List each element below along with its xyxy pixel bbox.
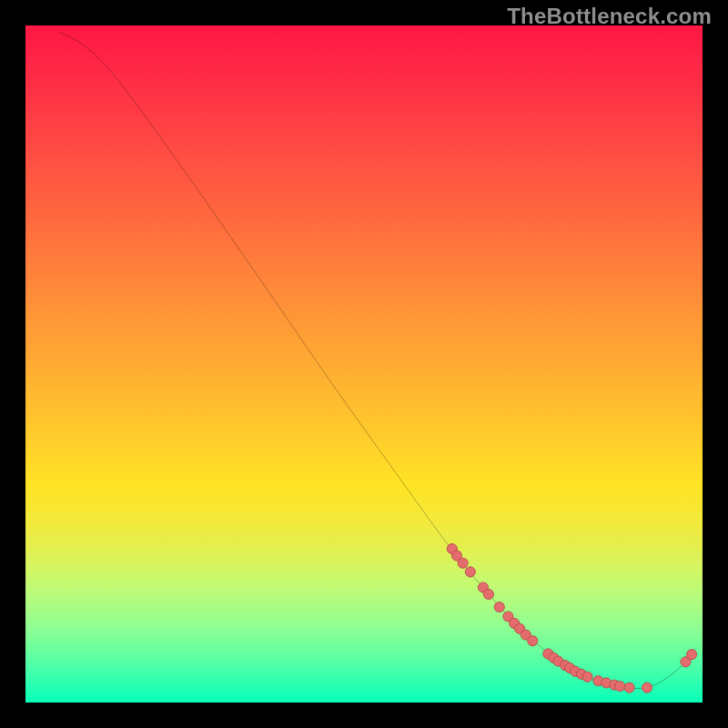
data-marker — [465, 567, 475, 577]
marker-group — [447, 544, 697, 693]
data-marker — [642, 682, 652, 693]
chart-svg — [25, 25, 703, 703]
data-marker — [494, 602, 504, 612]
data-marker — [582, 672, 592, 682]
chart-container: TheBottleneck.com — [0, 0, 728, 728]
data-marker — [528, 636, 538, 646]
data-marker — [483, 589, 493, 599]
data-marker — [458, 558, 468, 568]
plot-area — [25, 25, 703, 703]
data-marker — [615, 682, 625, 692]
curve-line — [59, 32, 695, 688]
data-marker — [687, 650, 697, 660]
data-marker — [624, 682, 634, 693]
